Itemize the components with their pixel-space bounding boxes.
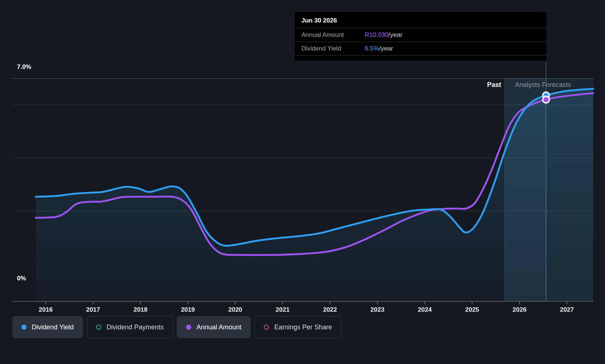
past-region-label: Past xyxy=(487,81,501,89)
y-axis-label-top: 7.0% xyxy=(17,63,31,71)
annual-amount-marker xyxy=(543,97,549,103)
dividend-yield-dot-icon xyxy=(21,325,27,330)
earnings-per-share-ring-icon xyxy=(264,325,269,330)
legend-label: Dividend Payments xyxy=(106,323,164,331)
tooltip-suffix: /year xyxy=(379,45,393,52)
x-axis-label: 2024 xyxy=(418,306,432,314)
dividend-chart-page: 7.0% 0% Past Analysts Forecasts 20162017… xyxy=(0,0,605,364)
tooltip-label: Dividend Yield xyxy=(301,45,365,52)
chart-legend: Dividend Yield Dividend Payments Annual … xyxy=(12,316,341,338)
x-axis-label: 2026 xyxy=(513,306,527,314)
tooltip-date: Jun 30 2026 xyxy=(295,12,546,28)
tooltip-row-dividend-yield: Dividend Yield 6.5% /year xyxy=(295,42,546,56)
x-axis-label: 2018 xyxy=(133,306,147,314)
legend-label: Dividend Yield xyxy=(32,323,74,331)
x-axis-label: 2022 xyxy=(323,306,337,314)
y-axis-label-bottom: 0% xyxy=(17,275,26,282)
x-axis-label: 2027 xyxy=(560,306,574,314)
legend-label: Annual Amount xyxy=(196,323,241,331)
x-axis-label: 2021 xyxy=(276,306,290,314)
chart-tooltip: Jun 30 2026 Annual Amount R10.030 /year … xyxy=(295,12,546,60)
tooltip-value: 6.5% xyxy=(365,45,379,52)
x-axis-label: 2023 xyxy=(370,306,384,314)
legend-pill-earnings-per-share[interactable]: Earnings Per Share xyxy=(255,316,341,338)
x-axis-label: 2016 xyxy=(39,306,53,314)
x-axis-label: 2019 xyxy=(181,306,195,314)
legend-pill-dividend-payments[interactable]: Dividend Payments xyxy=(87,316,173,338)
tooltip-suffix: /year xyxy=(388,31,402,39)
legend-pill-annual-amount[interactable]: Annual Amount xyxy=(177,316,251,338)
dividend-payments-ring-icon xyxy=(96,325,101,330)
legend-pill-dividend-yield[interactable]: Dividend Yield xyxy=(12,316,83,338)
legend-label: Earnings Per Share xyxy=(274,323,332,331)
tooltip-row-annual-amount: Annual Amount R10.030 /year xyxy=(295,28,546,42)
x-axis-label: 2017 xyxy=(86,306,100,314)
x-axis-label: 2020 xyxy=(228,306,242,314)
x-axis-label: 2025 xyxy=(465,306,479,314)
tooltip-value: R10.030 xyxy=(365,31,388,39)
forecast-region-label: Analysts Forecasts xyxy=(515,81,571,89)
tooltip-label: Annual Amount xyxy=(301,31,365,39)
annual-amount-dot-icon xyxy=(186,325,191,330)
